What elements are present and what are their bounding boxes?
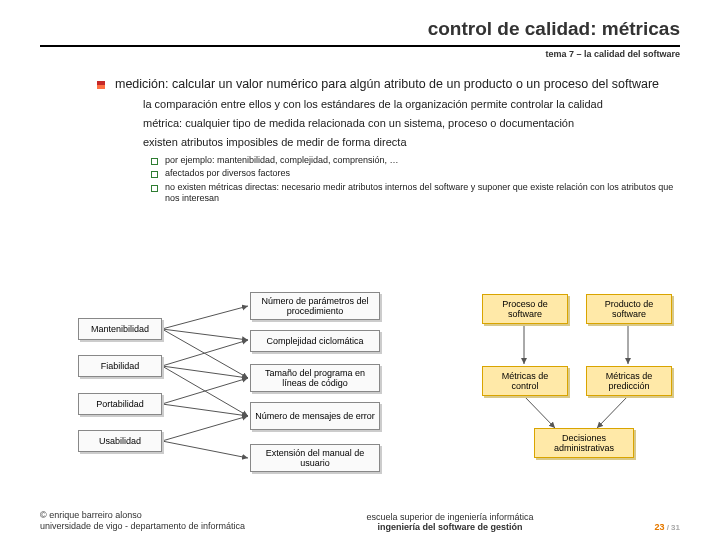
flow-box-proceso: Proceso de software [482, 294, 568, 324]
bullet-sub2: por ejemplo: mantenibilidad, complejidad… [165, 155, 680, 166]
copyright: © enrique barreiro alonso [40, 510, 300, 521]
svg-line-12 [524, 396, 555, 428]
course: ingeniería del software de gestión [300, 522, 600, 532]
metric-box: Extensión del manual de usuario [250, 444, 380, 472]
sub-sub-bullets: por ejemplo: mantenibilidad, complejidad… [143, 155, 680, 204]
bullet-sub2: afectados por diversos factores [165, 168, 680, 179]
flow-box-control: Métricas de control [482, 366, 568, 396]
attr-box-portabilidad: Portabilidad [78, 393, 162, 415]
metric-box: Tamaño del programa en líneas de código [250, 364, 380, 392]
svg-line-1 [162, 329, 248, 340]
page-total: 31 [671, 523, 680, 532]
svg-line-9 [162, 441, 248, 458]
bullet-sub2: no existen métricas directas: necesario … [165, 182, 680, 205]
slide-title: control de calidad: métricas [40, 18, 680, 40]
flow-box-prediccion: Métricas de predicción [586, 366, 672, 396]
slide-subtitle: tema 7 – la calidad del software [0, 49, 680, 59]
bullet-main: medición: calcular un valor numérico par… [115, 77, 680, 91]
footer-left: © enrique barreiro alonso universidade d… [40, 510, 300, 533]
content-area: medición: calcular un valor numérico par… [0, 59, 720, 204]
footer: © enrique barreiro alonso universidade d… [0, 500, 720, 540]
svg-line-7 [162, 404, 248, 416]
flow-box-decisiones: Decisiones administrativas [534, 428, 634, 458]
footer-center: escuela superior de ingeniería informáti… [300, 512, 600, 532]
sub-bullets: la comparación entre ellos y con los est… [115, 98, 680, 204]
institution: universidade de vigo - departamento de i… [40, 521, 300, 532]
horizontal-rule [40, 45, 680, 47]
page-number: 23 / 31 [600, 522, 680, 532]
svg-line-3 [162, 340, 248, 366]
flow-box-producto: Producto de software [586, 294, 672, 324]
svg-line-13 [597, 396, 628, 428]
bullet-sub: métrica: cualquier tipo de medida relaci… [143, 117, 680, 129]
metric-box: Número de mensajes de error [250, 402, 380, 430]
svg-line-8 [162, 416, 248, 441]
svg-line-6 [162, 378, 248, 404]
svg-line-0 [162, 306, 248, 329]
attr-box-fiabilidad: Fiabilidad [78, 355, 162, 377]
metric-box: Número de parámetros del procedimiento [250, 292, 380, 320]
attr-box-mantenibilidad: Mantenibilidad [78, 318, 162, 340]
svg-line-4 [162, 366, 248, 378]
diagram: Mantenibilidad Fiabilidad Portabilidad U… [0, 288, 720, 496]
page-current: 23 [654, 522, 664, 532]
school: escuela superior de ingeniería informáti… [300, 512, 600, 522]
attr-box-usabilidad: Usabilidad [78, 430, 162, 452]
metric-box: Complejidad ciclomática [250, 330, 380, 352]
slide-header: control de calidad: métricas [0, 0, 720, 42]
bullet-sub: existen atributos imposibles de medir de… [143, 136, 680, 148]
bullet-sub: la comparación entre ellos y con los est… [143, 98, 680, 110]
